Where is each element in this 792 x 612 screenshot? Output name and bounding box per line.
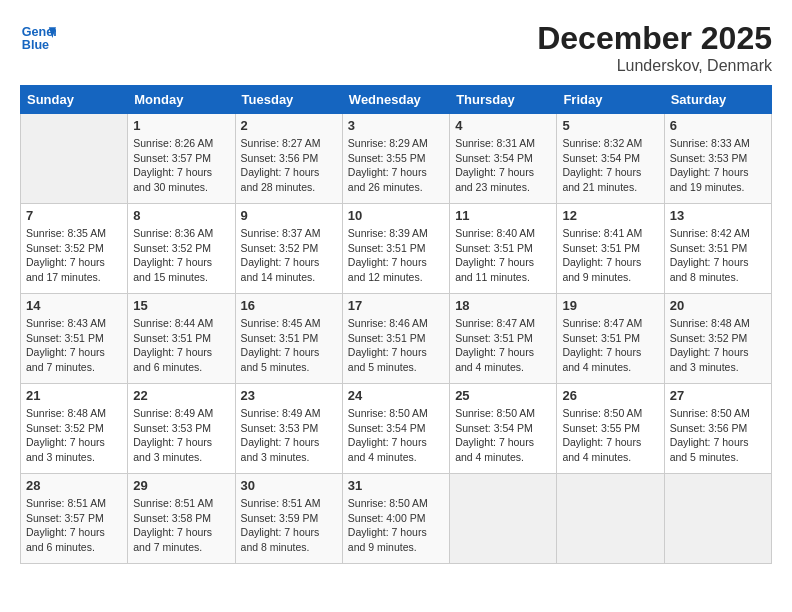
cell-info: Sunrise: 8:36 AMSunset: 3:52 PMDaylight:…: [133, 227, 213, 283]
day-number: 27: [670, 388, 766, 403]
cell-info: Sunrise: 8:50 AMSunset: 3:54 PMDaylight:…: [455, 407, 535, 463]
day-number: 5: [562, 118, 658, 133]
calendar-cell: 4 Sunrise: 8:31 AMSunset: 3:54 PMDayligh…: [450, 114, 557, 204]
calendar-cell: 5 Sunrise: 8:32 AMSunset: 3:54 PMDayligh…: [557, 114, 664, 204]
calendar-cell: [664, 474, 771, 564]
day-number: 26: [562, 388, 658, 403]
calendar-cell: 6 Sunrise: 8:33 AMSunset: 3:53 PMDayligh…: [664, 114, 771, 204]
cell-info: Sunrise: 8:26 AMSunset: 3:57 PMDaylight:…: [133, 137, 213, 193]
cell-info: Sunrise: 8:49 AMSunset: 3:53 PMDaylight:…: [241, 407, 321, 463]
calendar-cell: 9 Sunrise: 8:37 AMSunset: 3:52 PMDayligh…: [235, 204, 342, 294]
calendar-cell: 18 Sunrise: 8:47 AMSunset: 3:51 PMDaylig…: [450, 294, 557, 384]
calendar-cell: 3 Sunrise: 8:29 AMSunset: 3:55 PMDayligh…: [342, 114, 449, 204]
day-number: 17: [348, 298, 444, 313]
calendar-cell: 13 Sunrise: 8:42 AMSunset: 3:51 PMDaylig…: [664, 204, 771, 294]
day-number: 31: [348, 478, 444, 493]
day-number: 16: [241, 298, 337, 313]
cell-info: Sunrise: 8:32 AMSunset: 3:54 PMDaylight:…: [562, 137, 642, 193]
day-number: 2: [241, 118, 337, 133]
cell-info: Sunrise: 8:47 AMSunset: 3:51 PMDaylight:…: [562, 317, 642, 373]
calendar-cell: 24 Sunrise: 8:50 AMSunset: 3:54 PMDaylig…: [342, 384, 449, 474]
day-number: 30: [241, 478, 337, 493]
day-number: 12: [562, 208, 658, 223]
page-header: General Blue December 2025 Lunderskov, D…: [20, 20, 772, 75]
day-header-tuesday: Tuesday: [235, 86, 342, 114]
calendar-header-row: SundayMondayTuesdayWednesdayThursdayFrid…: [21, 86, 772, 114]
cell-info: Sunrise: 8:27 AMSunset: 3:56 PMDaylight:…: [241, 137, 321, 193]
calendar-cell: 21 Sunrise: 8:48 AMSunset: 3:52 PMDaylig…: [21, 384, 128, 474]
calendar-cell: 16 Sunrise: 8:45 AMSunset: 3:51 PMDaylig…: [235, 294, 342, 384]
cell-info: Sunrise: 8:51 AMSunset: 3:58 PMDaylight:…: [133, 497, 213, 553]
calendar-cell: 26 Sunrise: 8:50 AMSunset: 3:55 PMDaylig…: [557, 384, 664, 474]
day-number: 13: [670, 208, 766, 223]
cell-info: Sunrise: 8:50 AMSunset: 3:54 PMDaylight:…: [348, 407, 428, 463]
logo: General Blue: [20, 20, 56, 56]
calendar-cell: 7 Sunrise: 8:35 AMSunset: 3:52 PMDayligh…: [21, 204, 128, 294]
calendar-cell: [21, 114, 128, 204]
calendar-cell: 29 Sunrise: 8:51 AMSunset: 3:58 PMDaylig…: [128, 474, 235, 564]
day-number: 7: [26, 208, 122, 223]
day-number: 18: [455, 298, 551, 313]
day-number: 29: [133, 478, 229, 493]
calendar-cell: 15 Sunrise: 8:44 AMSunset: 3:51 PMDaylig…: [128, 294, 235, 384]
cell-info: Sunrise: 8:33 AMSunset: 3:53 PMDaylight:…: [670, 137, 750, 193]
calendar-week-3: 14 Sunrise: 8:43 AMSunset: 3:51 PMDaylig…: [21, 294, 772, 384]
logo-icon: General Blue: [20, 20, 56, 56]
cell-info: Sunrise: 8:37 AMSunset: 3:52 PMDaylight:…: [241, 227, 321, 283]
svg-text:Blue: Blue: [22, 38, 49, 52]
calendar-week-5: 28 Sunrise: 8:51 AMSunset: 3:57 PMDaylig…: [21, 474, 772, 564]
day-number: 21: [26, 388, 122, 403]
calendar-cell: 20 Sunrise: 8:48 AMSunset: 3:52 PMDaylig…: [664, 294, 771, 384]
cell-info: Sunrise: 8:46 AMSunset: 3:51 PMDaylight:…: [348, 317, 428, 373]
day-number: 20: [670, 298, 766, 313]
calendar-cell: 23 Sunrise: 8:49 AMSunset: 3:53 PMDaylig…: [235, 384, 342, 474]
calendar-cell: 14 Sunrise: 8:43 AMSunset: 3:51 PMDaylig…: [21, 294, 128, 384]
calendar-cell: 19 Sunrise: 8:47 AMSunset: 3:51 PMDaylig…: [557, 294, 664, 384]
calendar-cell: 31 Sunrise: 8:50 AMSunset: 4:00 PMDaylig…: [342, 474, 449, 564]
cell-info: Sunrise: 8:51 AMSunset: 3:57 PMDaylight:…: [26, 497, 106, 553]
calendar-cell: 28 Sunrise: 8:51 AMSunset: 3:57 PMDaylig…: [21, 474, 128, 564]
day-header-monday: Monday: [128, 86, 235, 114]
day-number: 8: [133, 208, 229, 223]
calendar-cell: 25 Sunrise: 8:50 AMSunset: 3:54 PMDaylig…: [450, 384, 557, 474]
month-title: December 2025: [537, 20, 772, 57]
calendar-cell: 27 Sunrise: 8:50 AMSunset: 3:56 PMDaylig…: [664, 384, 771, 474]
calendar-cell: 1 Sunrise: 8:26 AMSunset: 3:57 PMDayligh…: [128, 114, 235, 204]
day-number: 11: [455, 208, 551, 223]
day-number: 6: [670, 118, 766, 133]
calendar-week-1: 1 Sunrise: 8:26 AMSunset: 3:57 PMDayligh…: [21, 114, 772, 204]
cell-info: Sunrise: 8:42 AMSunset: 3:51 PMDaylight:…: [670, 227, 750, 283]
calendar-cell: 8 Sunrise: 8:36 AMSunset: 3:52 PMDayligh…: [128, 204, 235, 294]
day-header-saturday: Saturday: [664, 86, 771, 114]
cell-info: Sunrise: 8:48 AMSunset: 3:52 PMDaylight:…: [670, 317, 750, 373]
cell-info: Sunrise: 8:48 AMSunset: 3:52 PMDaylight:…: [26, 407, 106, 463]
cell-info: Sunrise: 8:44 AMSunset: 3:51 PMDaylight:…: [133, 317, 213, 373]
day-number: 3: [348, 118, 444, 133]
cell-info: Sunrise: 8:31 AMSunset: 3:54 PMDaylight:…: [455, 137, 535, 193]
calendar-cell: 30 Sunrise: 8:51 AMSunset: 3:59 PMDaylig…: [235, 474, 342, 564]
cell-info: Sunrise: 8:50 AMSunset: 4:00 PMDaylight:…: [348, 497, 428, 553]
cell-info: Sunrise: 8:40 AMSunset: 3:51 PMDaylight:…: [455, 227, 535, 283]
day-number: 25: [455, 388, 551, 403]
calendar-cell: 12 Sunrise: 8:41 AMSunset: 3:51 PMDaylig…: [557, 204, 664, 294]
day-number: 24: [348, 388, 444, 403]
day-number: 23: [241, 388, 337, 403]
location: Lunderskov, Denmark: [537, 57, 772, 75]
calendar-cell: [450, 474, 557, 564]
day-number: 15: [133, 298, 229, 313]
calendar-cell: 17 Sunrise: 8:46 AMSunset: 3:51 PMDaylig…: [342, 294, 449, 384]
day-header-friday: Friday: [557, 86, 664, 114]
calendar-body: 1 Sunrise: 8:26 AMSunset: 3:57 PMDayligh…: [21, 114, 772, 564]
cell-info: Sunrise: 8:35 AMSunset: 3:52 PMDaylight:…: [26, 227, 106, 283]
cell-info: Sunrise: 8:41 AMSunset: 3:51 PMDaylight:…: [562, 227, 642, 283]
cell-info: Sunrise: 8:51 AMSunset: 3:59 PMDaylight:…: [241, 497, 321, 553]
cell-info: Sunrise: 8:50 AMSunset: 3:55 PMDaylight:…: [562, 407, 642, 463]
day-number: 4: [455, 118, 551, 133]
day-number: 9: [241, 208, 337, 223]
day-number: 1: [133, 118, 229, 133]
calendar-cell: [557, 474, 664, 564]
calendar-cell: 2 Sunrise: 8:27 AMSunset: 3:56 PMDayligh…: [235, 114, 342, 204]
day-number: 28: [26, 478, 122, 493]
day-number: 19: [562, 298, 658, 313]
title-block: December 2025 Lunderskov, Denmark: [537, 20, 772, 75]
